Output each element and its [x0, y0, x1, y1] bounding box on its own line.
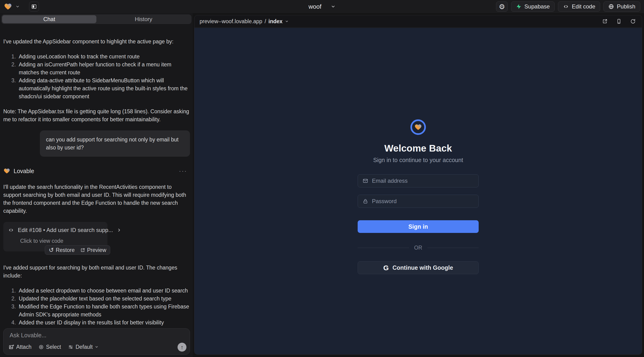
- chevron-right-icon: [117, 228, 122, 232]
- code-brackets-icon: [563, 4, 569, 9]
- external-link-icon: [80, 248, 85, 252]
- external-link-icon: [602, 18, 608, 24]
- gear-icon: ⚙: [499, 2, 505, 11]
- supabase-label: Supabase: [524, 3, 550, 10]
- edit-code-label: Edit code: [572, 3, 595, 10]
- envelope-icon: [362, 178, 368, 184]
- list-item: Updated the placeholder text based on th…: [17, 294, 190, 302]
- preview-toolbar: preview--woof.lovable.app / index: [194, 15, 642, 28]
- chevron-down-icon[interactable]: [16, 4, 20, 9]
- preview-button[interactable]: Preview: [80, 246, 106, 254]
- email-field: [358, 174, 479, 188]
- preview-app-canvas: Welcome Back Sign in to continue to your…: [194, 28, 642, 354]
- assistant-paragraph: I'll update the search functionality in …: [3, 183, 190, 215]
- list-item: Adding data-active attribute to SidebarM…: [17, 76, 190, 100]
- smartphone-icon: [616, 18, 622, 24]
- lock-icon: [362, 198, 368, 204]
- user-message-bubble: can you add support for searching not on…: [40, 130, 190, 157]
- list-item: Adding useLocation hook to track the cur…: [17, 52, 190, 60]
- lovable-heart-logo[interactable]: [4, 2, 12, 10]
- chat-messages[interactable]: I've updated the AppSidebar component to…: [3, 38, 190, 326]
- edit-code-button[interactable]: Edit code: [558, 2, 600, 12]
- google-button-label: Continue with Google: [392, 264, 453, 271]
- chat-panel: Chat History I've updated the AppSidebar…: [0, 13, 193, 357]
- chat-history-tabs: Chat History: [2, 14, 191, 24]
- preview-path: index: [268, 18, 282, 25]
- topbar-left: [4, 2, 39, 12]
- chevron-down-icon: [95, 345, 98, 349]
- open-in-new-tab-button[interactable]: [602, 18, 608, 24]
- email-input[interactable]: [372, 178, 474, 184]
- edit-card-subtitle: Click to view code: [20, 237, 102, 245]
- topbar: woof ⚙ Supabase Edit code Publish: [0, 0, 644, 13]
- select-button[interactable]: Select: [38, 344, 61, 350]
- divider-line: [358, 248, 409, 248]
- app-logo: [410, 120, 426, 135]
- assistant-paragraph: I've added support for searching by both…: [3, 264, 190, 280]
- sidebar-toggle-button[interactable]: [29, 2, 39, 12]
- assistant-note: Note: The AppSidebar.tsx file is getting…: [3, 108, 190, 124]
- mode-label: Default: [76, 344, 93, 350]
- mobile-view-button[interactable]: [616, 18, 622, 24]
- password-field: [358, 195, 479, 208]
- attach-button[interactable]: Attach: [9, 344, 32, 350]
- settings-button[interactable]: ⚙: [496, 2, 508, 12]
- preview-label: Preview: [87, 246, 106, 254]
- url-path-separator: /: [264, 18, 266, 25]
- assistant-paragraph: I've updated the AppSidebar component to…: [3, 38, 190, 46]
- attach-label: Attach: [16, 344, 32, 350]
- composer-toolbar: Attach Select Default: [9, 342, 173, 352]
- preview-url: preview--woof.lovable.app: [200, 18, 262, 25]
- page-title: Welcome Back: [384, 143, 452, 154]
- list-item: Added the user ID display in the results…: [17, 318, 190, 326]
- list-item: Adding an isCurrentPath helper function …: [17, 60, 190, 76]
- send-button[interactable]: ↑: [178, 343, 186, 352]
- restore-icon: ↺: [49, 246, 54, 254]
- continue-with-google-button[interactable]: G Continue with Google: [358, 261, 479, 274]
- divider-label: OR: [414, 245, 422, 251]
- page-subtitle: Sign in to continue to your account: [373, 157, 463, 164]
- preview-url-selector[interactable]: preview--woof.lovable.app / index: [200, 18, 289, 25]
- lovable-heart-avatar: [3, 168, 10, 174]
- refresh-button[interactable]: [630, 18, 636, 24]
- target-icon: [38, 344, 44, 350]
- edit-card-wrap: Edit #108 • Add user ID search supp... C…: [3, 222, 108, 252]
- google-g-icon: G: [383, 264, 388, 272]
- or-divider: OR: [358, 245, 479, 251]
- heart-icon: [414, 124, 422, 131]
- select-label: Select: [46, 344, 61, 350]
- refresh-icon: [630, 18, 636, 24]
- chat-input[interactable]: [10, 332, 168, 342]
- password-input[interactable]: [372, 198, 474, 204]
- preview-pane: preview--woof.lovable.app / index: [194, 15, 642, 355]
- more-menu-icon[interactable]: ···: [179, 167, 187, 175]
- project-switcher[interactable]: woof: [309, 0, 336, 13]
- sign-in-button[interactable]: Sign in: [358, 220, 479, 233]
- assistant-header: Lovable ···: [3, 167, 190, 175]
- tab-history[interactable]: History: [96, 15, 191, 23]
- restore-button[interactable]: ↺ Restore: [49, 246, 74, 254]
- list-item: Modified the Edge Function to handle bot…: [17, 302, 190, 318]
- mode-selector[interactable]: Default: [68, 344, 98, 350]
- preview-tools: [602, 18, 636, 24]
- sliders-icon: [68, 344, 74, 350]
- list-item: Added a select dropdown to choose betwee…: [17, 287, 190, 294]
- chevron-down-icon: [331, 4, 335, 9]
- publish-label: Publish: [617, 3, 635, 10]
- publish-button[interactable]: Publish: [604, 2, 640, 12]
- composer: Attach Select Default ↑: [3, 328, 190, 355]
- supabase-button[interactable]: Supabase: [511, 2, 555, 12]
- assistant-name: Lovable: [14, 167, 34, 175]
- divider-line: [427, 248, 479, 248]
- restore-preview-bar: ↺ Restore Preview: [45, 245, 110, 255]
- code-brackets-icon: [8, 228, 14, 233]
- restore-label: Restore: [56, 246, 75, 254]
- assistant-list: Adding useLocation hook to track the cur…: [3, 52, 190, 100]
- assistant-list: Added a select dropdown to choose betwee…: [3, 287, 190, 326]
- attach-image-icon: [9, 344, 14, 350]
- panel-left-icon: [31, 4, 37, 10]
- tab-chat[interactable]: Chat: [2, 15, 96, 23]
- chevron-down-icon: [285, 20, 289, 23]
- arrow-up-icon: ↑: [180, 344, 184, 351]
- project-name: woof: [309, 3, 322, 10]
